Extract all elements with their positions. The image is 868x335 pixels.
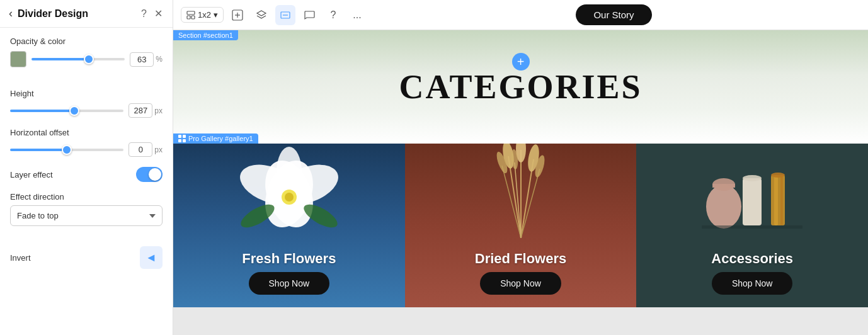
card-info-fresh: Fresh Flowers Shop Now: [242, 251, 336, 295]
svg-rect-9: [183, 135, 186, 138]
shop-now-button-fresh[interactable]: Shop Now: [249, 272, 330, 295]
svg-rect-42: [702, 225, 802, 229]
effect-direction-label: Effect direction: [10, 192, 163, 202]
more-button[interactable]: ...: [347, 5, 367, 25]
fresh-flower-svg: [232, 147, 346, 241]
add-element-button[interactable]: +: [512, 53, 530, 71]
layer-effect-toggle[interactable]: [136, 167, 163, 182]
offset-value-group: 0 px: [128, 142, 163, 157]
layout-icon: [186, 11, 195, 20]
svg-rect-10: [178, 139, 181, 142]
layout-label: 1x2: [198, 10, 211, 20]
panel-body: Opacity & color 63 % Height 287: [0, 28, 173, 335]
svg-point-41: [771, 173, 785, 178]
svg-rect-0: [187, 11, 195, 14]
comment-button[interactable]: [299, 5, 319, 25]
offset-unit: px: [154, 145, 163, 154]
layout-selector[interactable]: 1x2 ▾: [181, 7, 224, 23]
effect-direction-select[interactable]: Fade to top Fade to bottom Fade to left …: [10, 205, 163, 226]
opacity-unit: %: [156, 55, 163, 64]
add-section-button[interactable]: [227, 5, 248, 25]
card-info-dried: Dried Flowers Shop Now: [475, 251, 566, 295]
gallery-card-fresh[interactable]: Fresh Flowers Shop Now: [173, 144, 405, 307]
card-info-accessories: Accessories Shop Now: [711, 251, 793, 295]
offset-slider[interactable]: [10, 149, 123, 151]
gallery-card-accessories[interactable]: Accessories Shop Now: [636, 144, 868, 307]
canvas-content: Section #section1 + CATEGORIES Pro Galle…: [173, 30, 868, 335]
left-panel: ‹ Divider Design ? ✕ Opacity & color 63 …: [0, 0, 173, 335]
svg-rect-8: [178, 135, 181, 138]
invert-label: Invert: [10, 253, 31, 263]
horizontal-offset-label: Horizontal offset: [10, 128, 163, 137]
svg-rect-11: [183, 139, 186, 142]
toolbar: 1x2 ▾: [173, 0, 868, 30]
svg-point-37: [743, 175, 762, 181]
layers-button[interactable]: [251, 5, 271, 25]
height-section: Height 287 px: [10, 89, 163, 118]
svg-rect-40: [780, 175, 783, 225]
offset-input[interactable]: 0: [128, 142, 152, 157]
shop-now-button-dried[interactable]: Shop Now: [480, 272, 561, 295]
invert-row: Invert ◄: [10, 246, 163, 269]
opacity-value-group: 63 %: [130, 52, 163, 67]
svg-rect-2: [191, 16, 195, 19]
opacity-color-section: Opacity & color 63 %: [10, 37, 163, 79]
svg-point-33: [706, 185, 741, 229]
layers-icon: [256, 9, 267, 21]
opacity-color-row: 63 %: [10, 51, 163, 67]
effect-direction-section: Effect direction Fade to top Fade to bot…: [10, 192, 163, 236]
invert-button[interactable]: ◄: [140, 246, 163, 269]
opacity-slider-container: [31, 58, 125, 60]
close-button[interactable]: ✕: [153, 6, 164, 21]
svg-rect-35: [712, 184, 735, 188]
resize-button[interactable]: [275, 5, 295, 25]
height-input[interactable]: 287: [128, 103, 152, 118]
dried-flower-svg: [471, 144, 571, 238]
height-slider-container: [10, 110, 123, 112]
offset-slider-container: [10, 149, 123, 151]
categories-section: CATEGORIES Pro Gallery #gallery1: [173, 30, 868, 144]
section-badge[interactable]: Section #section1: [173, 30, 238, 40]
color-swatch[interactable]: [10, 51, 26, 67]
categories-title: CATEGORIES: [399, 67, 642, 106]
card-title-dried: Dried Flowers: [475, 251, 566, 267]
add-icon: [232, 9, 243, 21]
panel-header-left: ‹ Divider Design: [9, 7, 88, 20]
svg-point-18: [285, 193, 294, 202]
our-story-button[interactable]: Our Story: [576, 4, 651, 25]
resize-icon: [280, 9, 291, 21]
back-button[interactable]: ‹: [9, 7, 13, 20]
help-canvas-button[interactable]: ?: [323, 5, 343, 25]
more-icon: ...: [353, 9, 361, 21]
layer-effect-row: Layer effect: [10, 167, 163, 182]
gallery-row: Fresh Flowers Shop Now: [173, 144, 868, 307]
opacity-slider[interactable]: [31, 58, 125, 60]
svg-rect-36: [743, 178, 762, 225]
svg-rect-39: [774, 175, 778, 225]
height-unit: px: [154, 106, 163, 115]
comment-icon: [304, 9, 315, 21]
card-title-fresh: Fresh Flowers: [242, 251, 336, 267]
opacity-input[interactable]: 63: [130, 52, 154, 67]
svg-rect-1: [187, 16, 190, 19]
layout-chevron: ▾: [214, 10, 218, 20]
gallery-badge-text: Pro Gallery #gallery1: [188, 135, 253, 142]
toolbar-left: 1x2 ▾: [181, 5, 367, 25]
height-slider[interactable]: [10, 110, 123, 112]
toolbar-center: Our Story: [372, 4, 855, 25]
gallery-badge[interactable]: Pro Gallery #gallery1: [173, 133, 258, 144]
panel-title: Divider Design: [18, 8, 88, 20]
accessories-svg: [689, 144, 815, 238]
height-label: Height: [10, 89, 163, 98]
shop-now-button-accessories[interactable]: Shop Now: [712, 272, 793, 295]
help-canvas-icon: ?: [331, 9, 336, 21]
canvas-area: 1x2 ▾: [173, 0, 868, 335]
gallery-icon: [178, 135, 186, 142]
gallery-card-dried[interactable]: Dried Flowers Shop Now: [405, 144, 637, 307]
height-row: 287 px: [10, 103, 163, 118]
panel-header-icons: ? ✕: [140, 6, 164, 21]
help-button[interactable]: ?: [140, 6, 148, 21]
opacity-color-label: Opacity & color: [10, 37, 163, 46]
horizontal-offset-section: Horizontal offset 0 px: [10, 128, 163, 157]
height-value-group: 287 px: [128, 103, 163, 118]
